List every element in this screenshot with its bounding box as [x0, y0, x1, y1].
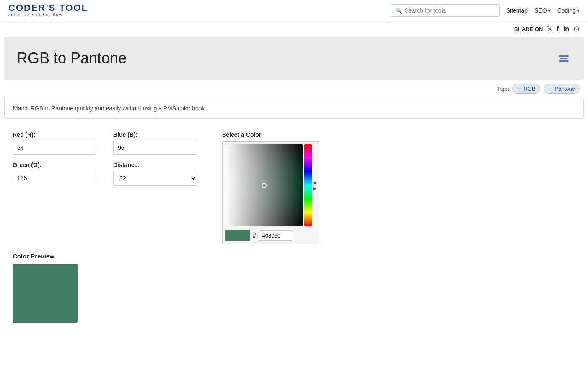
color-gradient-box[interactable]	[225, 144, 303, 226]
reddit-icon[interactable]: ⊙	[573, 24, 580, 34]
tags-row: Tags ← RGB ← Pantone	[0, 80, 588, 98]
green-input-group: Green (G):	[13, 162, 96, 186]
color-preview-section: Color Preview	[13, 253, 575, 323]
filter-button[interactable]	[556, 53, 571, 64]
header: CODER'S TOOL online tools and utilities …	[0, 0, 588, 21]
linkedin-icon[interactable]: in	[563, 25, 569, 33]
search-icon: 🔍	[395, 7, 402, 14]
red-label: Red (R):	[13, 131, 96, 138]
logo-area: CODER'S TOOL online tools and utilities	[8, 3, 88, 17]
hue-arrow-right[interactable]: ▶	[313, 186, 316, 191]
page-title: RGB to Pantone	[17, 50, 127, 67]
tag-rgb[interactable]: ← RGB	[512, 84, 540, 94]
blue-input-group: Blue (B):	[113, 131, 197, 155]
color-swatch	[225, 230, 250, 241]
filter-icon	[560, 58, 568, 59]
color-picker-widget[interactable]: ◀ ▶ #	[222, 141, 319, 244]
logo-subtitle: online tools and utilities	[8, 13, 88, 17]
gradient-background	[225, 144, 303, 226]
tag-rgb-close[interactable]: ←	[517, 86, 522, 92]
distance-input-group: Distance: 8 16 32 64 128	[113, 162, 197, 186]
tags-label: Tags	[497, 86, 509, 92]
distance-select[interactable]: 8 16 32 64 128	[113, 171, 197, 186]
red-input-group: Red (R):	[13, 131, 96, 155]
nav-sitemap[interactable]: Sitemap	[506, 7, 528, 14]
coding-dropdown-icon: ▾	[577, 7, 580, 14]
hue-bar[interactable]	[304, 144, 312, 226]
filter-icon	[559, 60, 569, 62]
hash-symbol: #	[253, 232, 256, 239]
share-label: SHARE ON	[514, 26, 543, 32]
search-box[interactable]: 🔍	[391, 4, 500, 17]
red-input[interactable]	[13, 141, 96, 155]
nav-seo[interactable]: SEO ▾	[534, 7, 551, 14]
nav-links: Sitemap SEO ▾ Coding ▾	[506, 7, 580, 14]
tag-pantone-close[interactable]: ←	[548, 86, 553, 92]
blue-input[interactable]	[113, 141, 197, 155]
hex-input[interactable]	[259, 230, 292, 241]
search-input[interactable]	[405, 7, 495, 14]
green-label: Green (G):	[13, 162, 96, 168]
color-picker-section: Select a Color ◀	[222, 131, 319, 244]
filter-icon	[559, 55, 569, 57]
description-text: Match RGB to Pantone quickly and easily …	[13, 105, 206, 112]
hue-arrows: ◀ ▶	[313, 144, 316, 226]
bottom-inputs-row: Green (G): Distance: 8 16 32 64 128	[13, 162, 197, 186]
color-bottom-row: #	[225, 230, 316, 241]
tool-area: Red (R): Blue (B): Green (G): Distance:	[4, 123, 584, 331]
hue-arrow-left[interactable]: ◀	[313, 180, 316, 185]
top-inputs-row: Red (R): Blue (B):	[13, 131, 197, 155]
hue-strip: ◀ ▶	[304, 144, 316, 226]
distance-label: Distance:	[113, 162, 197, 168]
twitter-icon[interactable]: 𝕏	[547, 25, 552, 33]
facebook-icon[interactable]: f	[557, 25, 559, 33]
main-inputs-row: Red (R): Blue (B): Green (G): Distance:	[13, 131, 575, 244]
description-box: Match RGB to Pantone quickly and easily …	[4, 98, 584, 119]
seo-dropdown-icon: ▾	[548, 7, 551, 14]
tag-pantone[interactable]: ← Pantone	[544, 84, 580, 94]
color-preview-label: Color Preview	[13, 253, 575, 260]
share-bar: SHARE ON 𝕏 f in ⊙	[0, 21, 588, 37]
color-picker-label: Select a Color	[222, 131, 319, 138]
color-preview-box	[13, 264, 78, 323]
left-inputs: Red (R): Blue (B): Green (G): Distance:	[13, 131, 197, 186]
page-banner: RGB to Pantone	[4, 37, 584, 80]
green-input[interactable]	[13, 171, 96, 185]
nav-coding[interactable]: Coding ▾	[557, 7, 580, 14]
logo-title: CODER'S TOOL	[8, 3, 88, 13]
blue-label: Blue (B):	[113, 131, 197, 138]
